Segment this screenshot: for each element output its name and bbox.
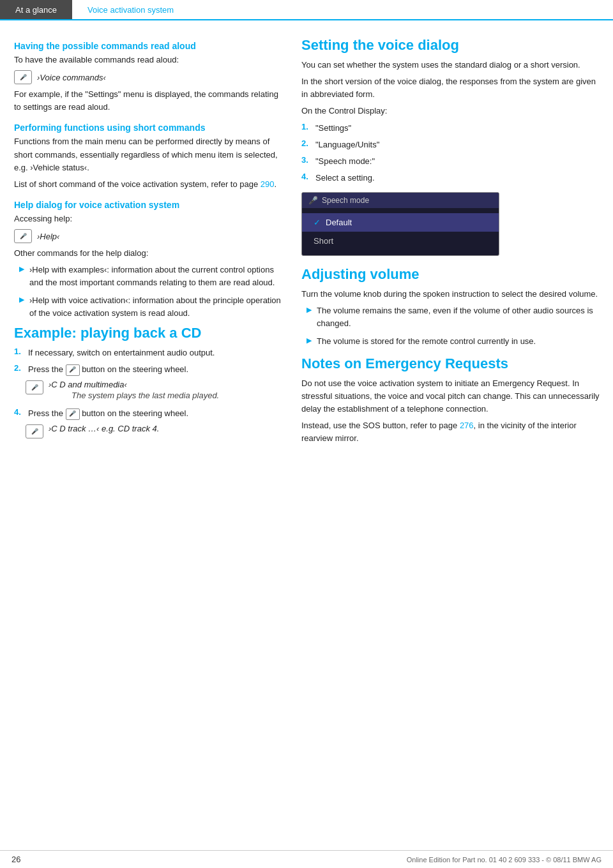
steering-wheel-button-icon-1: 🎤 [66, 364, 80, 376]
section-having-commands: Having the possible commands read aloud … [14, 41, 282, 114]
step-text-1: If necessary, switch on entertainment au… [28, 347, 215, 359]
section-emergency-requests: Notes on Emergency Requests Do not use t… [301, 355, 602, 445]
bullet-text-2: ›Help with voice activation‹: informatio… [29, 294, 282, 320]
section-help-dialog: Help dialog for voice activation system … [14, 200, 282, 320]
cd-step-5: ›C D track …‹ e.g. CD track 4. [26, 424, 282, 438]
vd-step-4: 4. Select a setting. [301, 172, 602, 184]
content-wrapper: Having the possible commands read aloud … [0, 20, 613, 449]
steering-wheel-button-icon-2: 🎤 [66, 408, 80, 420]
voice-dialog-body3: On the Control Display: [301, 105, 602, 117]
bullet-volume-1: ▶ The volume remains the same, even if t… [301, 304, 602, 330]
voice-icon-help [14, 229, 32, 243]
cd-step-1: 1. If necessary, switch on entertainment… [14, 347, 282, 359]
tab-voice-activation: Voice activation system [72, 0, 189, 19]
footer-bar: 26 Online Edition for Part no. 01 40 2 6… [0, 850, 613, 868]
command-voice-commands: ›Voice commands‹ [37, 73, 106, 82]
cd-steps-list: 1. If necessary, switch on entertainment… [14, 347, 282, 439]
section-heading-1: Having the possible commands read aloud [14, 41, 282, 51]
section-short-commands: Performing functions using short command… [14, 123, 282, 191]
section3-intro2: Other commands for the help dialog: [14, 247, 282, 260]
vd-step-3: 3. "Speech mode:" [301, 155, 602, 168]
speech-mode-label-short: Short [314, 236, 333, 246]
vd-text-3: "Speech mode:" [315, 155, 375, 168]
vd-step-1: 1. "Settings" [301, 122, 602, 135]
page-number: 26 [11, 855, 20, 864]
speech-mode-box: 🎤 Speech mode ✓ Default Short [301, 192, 499, 256]
cd-step-3-cmd: ›C D and multimedia‹ [49, 380, 127, 389]
copyright-text: Online Edition for Part no. 01 40 2 609 … [407, 856, 602, 864]
vd-text-2: "Language/Units" [315, 138, 379, 151]
bullet-text-vol-2: The volume is stored for the remote cont… [317, 335, 536, 348]
cd-step-4: 4. Press the 🎤 button on the steering wh… [14, 407, 282, 420]
bullet-text-1: ›Help with examples‹: information about … [29, 264, 282, 289]
voice-icon-cd-track [26, 424, 43, 438]
section1-intro: To have the available commands read alou… [14, 54, 282, 66]
voice-dialog-body2: In the short version of the voice dialog… [301, 75, 602, 101]
section-heading-emergency: Notes on Emergency Requests [301, 355, 602, 372]
speech-mode-item-short[interactable]: Short [302, 232, 499, 250]
vd-num-2: 2. [301, 138, 315, 148]
volume-body: Turn the volume knob during the spoken i… [301, 288, 602, 301]
section-heading-voice-dialog: Setting the voice dialog [301, 37, 602, 54]
right-column: Setting the voice dialog You can set whe… [294, 32, 613, 449]
bullet-help-voice: ▶ ›Help with voice activation‹: informat… [14, 294, 282, 320]
section3-intro: Accessing help: [14, 213, 282, 225]
vd-num-1: 1. [301, 122, 315, 131]
bullet-icon-1: ▶ [19, 265, 24, 273]
section-setting-voice-dialog: Setting the voice dialog You can set whe… [301, 37, 602, 256]
section2-body: Functions from the main menu can be perf… [14, 135, 282, 174]
cd-step-3-note: The system plays the last media played. [72, 389, 219, 402]
bullet-icon-2: ▶ [19, 296, 24, 304]
vd-text-1: "Settings" [315, 122, 351, 135]
cd-step-2: 2. Press the 🎤 button on the steering wh… [14, 363, 282, 376]
bullet-icon-vol-1: ▶ [306, 306, 312, 314]
step-text-2: Press the 🎤 button on the steering wheel… [28, 363, 188, 376]
bullet-icon-vol-2: ▶ [306, 336, 312, 345]
speech-mode-item-default[interactable]: ✓ Default [302, 213, 499, 232]
vd-num-4: 4. [301, 172, 315, 181]
speech-mode-label-default: Default [326, 218, 352, 227]
step-num-4: 4. [14, 407, 28, 417]
vd-num-3: 3. [301, 155, 315, 165]
section-heading-cd: Example: playing back a CD [14, 325, 282, 341]
section-heading-volume: Adjusting volume [301, 266, 602, 283]
bullet-help-examples: ▶ ›Help with examples‹: information abou… [14, 264, 282, 289]
section-adjusting-volume: Adjusting volume Turn the volume knob du… [301, 266, 602, 348]
voice-dialog-steps: 1. "Settings" 2. "Language/Units" 3. "Sp… [301, 122, 602, 185]
check-mark-icon: ✓ [314, 218, 321, 227]
speech-mode-items: ✓ Default Short [302, 208, 499, 255]
bullet-text-vol-1: The volume remains the same, even if the… [317, 304, 602, 330]
voice-icon-1 [14, 70, 32, 84]
speech-mode-title: Speech mode [322, 196, 369, 205]
voice-icon-cd [26, 380, 43, 394]
step-text-4: Press the 🎤 button on the steering wheel… [28, 407, 188, 420]
header-bar: At a glance Voice activation system [0, 0, 613, 20]
cd-step-5-cmd: ›C D track …‹ e.g. CD track 4. [49, 424, 159, 433]
left-column: Having the possible commands read aloud … [0, 32, 294, 449]
section-example-cd: Example: playing back a CD 1. If necessa… [14, 325, 282, 439]
vd-text-4: Select a setting. [315, 172, 375, 184]
tab-at-a-glance: At a glance [0, 0, 72, 19]
section-heading-2: Performing functions using short command… [14, 123, 282, 133]
emergency-body2: Instead, use the SOS button, refer to pa… [301, 419, 602, 445]
page-link-290[interactable]: 290 [261, 179, 275, 189]
page-link-276[interactable]: 276 [460, 421, 474, 430]
section-heading-3: Help dialog for voice activation system [14, 200, 282, 210]
command-help: ›Help‹ [37, 232, 59, 241]
speech-mode-title-bar: 🎤 Speech mode [302, 193, 499, 208]
cd-step-3: ›C D and multimedia‹ The system plays th… [26, 380, 282, 405]
speech-mode-icon: 🎤 [308, 196, 318, 205]
step-num-1: 1. [14, 347, 28, 356]
section2-body2: List of short command of the voice activ… [14, 178, 282, 191]
voice-command-line-1: ›Voice commands‹ [14, 70, 282, 84]
emergency-body1: Do not use the voice activation system t… [301, 377, 602, 415]
voice-dialog-body1: You can set whether the system uses the … [301, 59, 602, 71]
step-num-2: 2. [14, 363, 28, 373]
bullet-volume-2: ▶ The volume is stored for the remote co… [301, 335, 602, 348]
vd-step-2: 2. "Language/Units" [301, 138, 602, 151]
voice-command-line-help: ›Help‹ [14, 229, 282, 243]
section1-followup: For example, if the "Settings" menu is d… [14, 88, 282, 114]
